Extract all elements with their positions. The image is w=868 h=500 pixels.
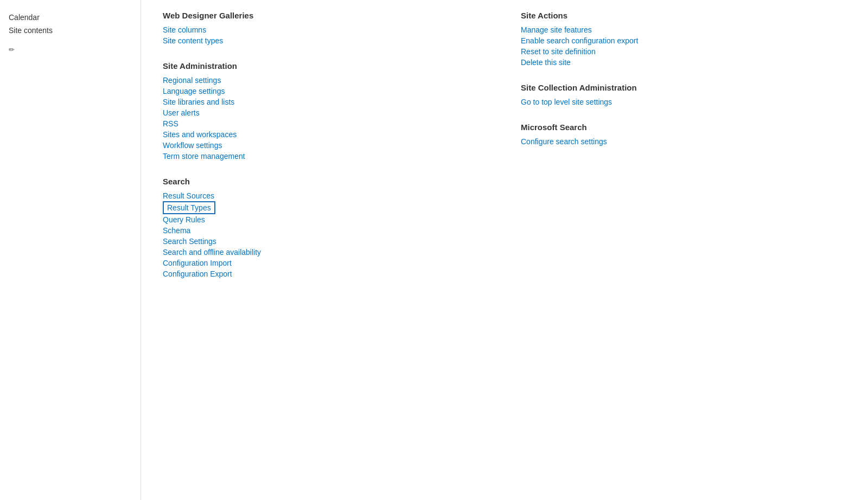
sidebar: CalendarSite contents ✏ [0,0,141,500]
section-link[interactable]: Search Settings [163,236,488,247]
section: Site ActionsManage site featuresEnable s… [521,11,846,68]
section-heading: Site Collection Administration [521,83,846,92]
section-link[interactable]: Configuration Export [163,268,488,279]
left-column: Web Designer GalleriesSite columnsSite c… [163,11,488,489]
section: Site AdministrationRegional settingsLang… [163,61,488,162]
section-link[interactable]: Configuration Import [163,258,488,268]
section-link[interactable]: Site columns [163,24,488,35]
section-heading: Site Actions [521,11,846,20]
section-link[interactable]: Schema [163,225,488,236]
section: SearchResult SourcesResult TypesQuery Ru… [163,177,488,279]
section-link[interactable]: Configure search settings [521,136,846,147]
section-link[interactable]: Sites and workspaces [163,129,488,140]
sidebar-item-1[interactable]: Site contents [9,24,132,37]
section-link[interactable]: Regional settings [163,75,488,86]
section-link[interactable]: Go to top level site settings [521,97,846,107]
section-link[interactable]: Workflow settings [163,140,488,151]
section-heading: Microsoft Search [521,123,846,132]
sidebar-item-0[interactable]: Calendar [9,11,132,24]
section: Microsoft SearchConfigure search setting… [521,123,846,147]
edit-links-button[interactable]: ✏ [9,46,132,54]
main-content: Web Designer GalleriesSite columnsSite c… [141,0,868,500]
section-link[interactable]: Site libraries and lists [163,97,488,107]
section-link[interactable]: Language settings [163,86,488,97]
section-link[interactable]: Result Sources [163,190,488,201]
section: Web Designer GalleriesSite columnsSite c… [163,11,488,46]
section: Site Collection AdministrationGo to top … [521,83,846,107]
section-link[interactable]: Result Types [163,201,215,214]
section-link[interactable]: RSS [163,118,488,129]
section-link[interactable]: Site content types [163,35,488,46]
section-link[interactable]: Search and offline availability [163,247,488,258]
section-link[interactable]: Term store management [163,151,488,162]
section-link[interactable]: Enable search configuration export [521,35,846,46]
section-link[interactable]: Manage site features [521,24,846,35]
pencil-icon: ✏ [9,46,15,54]
section-link[interactable]: Delete this site [521,57,846,68]
section-link[interactable]: Reset to site definition [521,46,846,57]
page-layout: CalendarSite contents ✏ Web Designer Gal… [0,0,868,500]
section-link[interactable]: User alerts [163,107,488,118]
section-link[interactable]: Query Rules [163,214,488,225]
section-heading: Search [163,177,488,186]
right-column: Site ActionsManage site featuresEnable s… [521,11,846,489]
section-heading: Site Administration [163,61,488,70]
section-heading: Web Designer Galleries [163,11,488,20]
